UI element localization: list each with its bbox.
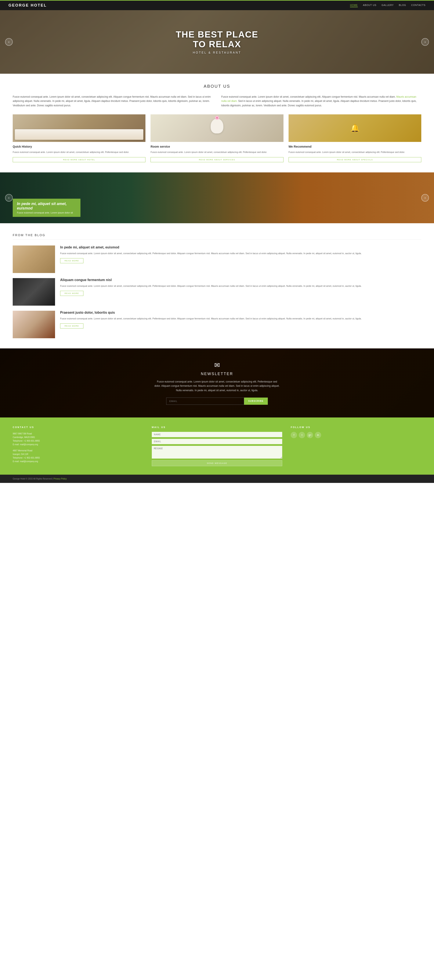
- linkedin-icon[interactable]: in: [315, 432, 321, 438]
- card-text-2: Fusce euismod consequat ante. Lorem ipsu…: [151, 150, 283, 154]
- about-title: ABOUT US: [13, 84, 421, 89]
- pool-text-box: In pede mi, aliquet sit amet, euismod Fu…: [13, 199, 81, 217]
- pool-subtitle: Fusce euismod consequat ante. Lorem ipsu…: [17, 212, 76, 214]
- hero-content: THE BEST PLACETO RELAX HOTEL & RESTAURAN…: [176, 30, 258, 54]
- nav-links: HOME ABOUT US GALLERY BLOG CONTACTS: [350, 4, 426, 7]
- about-card-recommend: We Recommend Fusce euismod consequat ant…: [289, 115, 421, 162]
- footer: CONTACT US 9867-9867 Bill Road Cambridge…: [0, 417, 434, 475]
- about-col-2: Fusce euismod consequat ante. Lorem ipsu…: [221, 95, 421, 108]
- newsletter-text: Fusce euismod consequat ante. Lorem ipsu…: [154, 380, 280, 393]
- hero-prev-button[interactable]: ‹: [5, 38, 13, 46]
- footer-contact-col: CONTACT US 9867-9867 Bill Road Cambridge…: [13, 426, 143, 466]
- nav-blog[interactable]: BLOG: [399, 4, 406, 7]
- about-col-1: Fusce euismod consequat ante. Lorem ipsu…: [13, 95, 213, 108]
- newsletter-form: SUBSCRIBE: [166, 398, 268, 405]
- blog-read-btn-2[interactable]: READ MORE: [60, 291, 83, 296]
- blog-item-title-2: Aliquam congue fermentum nisl: [60, 278, 421, 282]
- privacy-policy-link[interactable]: Privacy Policy: [54, 477, 67, 480]
- nav-home[interactable]: HOME: [350, 4, 358, 7]
- footer-follow-col: FOLLOW US f t g+ in: [291, 426, 421, 466]
- footer-mail-col: MAIL US SEND MESSAGE: [152, 426, 282, 466]
- pool-next-button[interactable]: ›: [421, 194, 429, 202]
- mail-message-input[interactable]: [152, 446, 282, 458]
- newsletter-title: NEWSLETTER: [8, 372, 426, 376]
- google-plus-icon[interactable]: g+: [307, 432, 313, 438]
- facebook-icon[interactable]: f: [291, 432, 297, 438]
- footer-bottom: George Hotel © 2015 All Rights Reserved …: [0, 475, 434, 483]
- blog-item-text-3: Fusce euismod consequat ante. Lorem ipsu…: [60, 317, 421, 321]
- card-text-3: Fusce euismod consequat ante. Lorem ipsu…: [289, 150, 421, 154]
- navigation: GEORGE HOTEL HOME ABOUT US GALLERY BLOG …: [0, 0, 434, 10]
- about-cards: Quick History Fusce euismod consequat an…: [13, 115, 421, 162]
- blog-item-text-1: Fusce euismod consequat ante. Lorem ipsu…: [60, 251, 421, 255]
- blog-read-btn-3[interactable]: READ MORE: [60, 323, 83, 328]
- mail-send-button[interactable]: SEND MESSAGE: [152, 460, 282, 466]
- blog-item-title-3: Praesent justo dolor, lobortis quis: [60, 311, 421, 315]
- twitter-icon[interactable]: t: [299, 432, 305, 438]
- blog-image-2: [13, 278, 55, 305]
- blog-items: In pede mi, aliquet sit amet, euismod Fu…: [13, 245, 421, 338]
- card-btn-service[interactable]: READ MORE ABOUT SERVICES: [151, 157, 283, 162]
- card-btn-history[interactable]: READ MORE ABOUT HOTEL: [13, 157, 145, 162]
- footer-address-2: 4867 Memorial Road Izangot, OA 11R Telep…: [13, 449, 143, 463]
- blog-item-text-2: Fusce euismod consequat ante. Lorem ipsu…: [60, 284, 421, 288]
- about-text-2: Fusce euismod consequat ante. Lorem ipsu…: [221, 95, 421, 108]
- card-image-recommend: [289, 115, 421, 142]
- blog-item-title-1: In pede mi, aliquet sit amet, euismod: [60, 245, 421, 249]
- hero-next-button[interactable]: ›: [421, 38, 429, 46]
- newsletter-email-input[interactable]: [166, 398, 244, 405]
- about-card-history: Quick History Fusce euismod consequat an…: [13, 115, 145, 162]
- hero-title: THE BEST PLACETO RELAX: [176, 30, 258, 49]
- about-card-service: Room service Fusce euismod consequat ant…: [151, 115, 283, 162]
- hero-banner: ‹ THE BEST PLACETO RELAX HOTEL & RESTAUR…: [0, 10, 434, 74]
- nav-about[interactable]: ABOUT US: [363, 4, 377, 7]
- pool-banner: ‹ In pede mi, aliquet sit amet, euismod …: [0, 172, 434, 223]
- nav-contacts[interactable]: CONTACTS: [411, 4, 426, 7]
- about-columns: Fusce euismod consequat ante. Lorem ipsu…: [13, 95, 421, 108]
- newsletter-subscribe-button[interactable]: SUBSCRIBE: [244, 398, 268, 405]
- mail-name-input[interactable]: [152, 432, 282, 437]
- footer-follow-title: FOLLOW US: [291, 426, 421, 428]
- card-title-3: We Recommend: [289, 145, 421, 148]
- newsletter-section: ✉ NEWSLETTER Fusce euismod consequat ant…: [0, 348, 434, 417]
- blog-section: FROM THE BLOG In pede mi, aliquet sit am…: [0, 223, 434, 348]
- blog-item-3: Praesent justo dolor, lobortis quis Fusc…: [13, 311, 421, 338]
- card-image-service: [151, 115, 283, 142]
- footer-mail-title: MAIL US: [152, 426, 282, 428]
- blog-content-2: Aliquam congue fermentum nisl Fusce euis…: [60, 278, 421, 296]
- card-btn-recommend[interactable]: READ MORE ABOUT SPECIALS: [289, 157, 421, 162]
- footer-grid: CONTACT US 9867-9867 Bill Road Cambridge…: [13, 426, 421, 466]
- pool-title: In pede mi, aliquet sit amet, euismod: [17, 202, 76, 210]
- about-text-1: Fusce euismod consequat ante. Lorem ipsu…: [13, 95, 213, 108]
- footer-address-1: 9867-9867 Bill Road Cambridge, MA20 8981…: [13, 432, 143, 446]
- card-text-1: Fusce euismod consequat ante. Lorem ipsu…: [13, 150, 145, 154]
- blog-read-btn-1[interactable]: READ MORE: [60, 258, 83, 263]
- site-logo: GEORGE HOTEL: [8, 3, 47, 8]
- card-title-2: Room service: [151, 145, 283, 148]
- blog-image-1: [13, 245, 55, 273]
- blog-item-1: In pede mi, aliquet sit amet, euismod Fu…: [13, 245, 421, 273]
- blog-title: FROM THE BLOG: [13, 234, 421, 240]
- newsletter-icon: ✉: [8, 361, 426, 369]
- blog-image-3: [13, 311, 55, 338]
- pool-prev-button[interactable]: ‹: [5, 194, 13, 202]
- about-link[interactable]: Mauris accumsan nulla vel diam.: [221, 95, 416, 102]
- card-image-bed: [13, 115, 145, 142]
- blog-content-1: In pede mi, aliquet sit amet, euismod Fu…: [60, 245, 421, 264]
- blog-content-3: Praesent justo dolor, lobortis quis Fusc…: [60, 311, 421, 329]
- blog-item-2: Aliquam congue fermentum nisl Fusce euis…: [13, 278, 421, 305]
- about-section: ABOUT US Fusce euismod consequat ante. L…: [0, 74, 434, 172]
- hero-subtitle: HOTEL & RESTAURANT: [176, 51, 258, 54]
- copyright-text: George Hotel © 2015 All Rights Reserved …: [13, 477, 67, 480]
- footer-contact-title: CONTACT US: [13, 426, 143, 428]
- nav-gallery[interactable]: GALLERY: [382, 4, 394, 7]
- card-title-1: Quick History: [13, 145, 145, 148]
- social-icons: f t g+ in: [291, 432, 421, 438]
- mail-email-input[interactable]: [152, 439, 282, 444]
